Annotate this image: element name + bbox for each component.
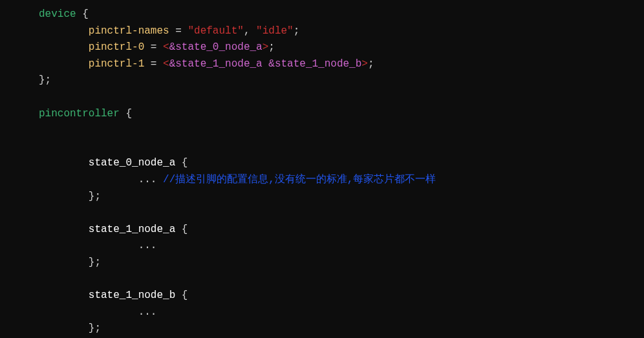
operator-eq: = [144, 58, 163, 70]
ref-state-0-a: &state_0_node_a [169, 41, 263, 53]
angle-open: < [163, 41, 169, 53]
brace-close: }; [89, 191, 101, 202]
semicolon: ; [294, 25, 300, 37]
code-snippet: device { pinctrl-names = "default", "idl… [0, 6, 644, 338]
string-default: "default" [188, 25, 243, 37]
brace-close: }; [89, 322, 101, 334]
ellipsis: ... [138, 174, 163, 185]
brace-open: { [175, 157, 188, 169]
brace-open: { [175, 224, 188, 235]
brace-open: { [175, 290, 188, 301]
semicolon: ; [368, 58, 374, 70]
brace-close: }; [39, 74, 51, 86]
keyword-device: device [39, 8, 76, 20]
property-pinctrl-1: pinctrl-1 [89, 58, 144, 70]
comment-text: //描述引脚的配置信息,没有统一的标准,每家芯片都不一样 [163, 174, 436, 185]
brace-open: { [76, 8, 89, 20]
ref-state-1-a: &state_1_node_a [169, 58, 269, 70]
property-pinctrl-0: pinctrl-0 [89, 41, 144, 53]
angle-close: > [361, 58, 368, 70]
keyword-pincontroller: pincontroller [39, 108, 120, 120]
ref-state-1-b: &state_1_node_b [268, 58, 361, 70]
angle-open: < [163, 58, 169, 70]
brace-close: }; [89, 257, 101, 268]
ellipsis: ... [138, 240, 157, 251]
comma: , [244, 25, 256, 37]
string-idle: "idle" [256, 25, 294, 37]
label-state-1-a: state_1_node_a [89, 224, 175, 235]
ellipsis: ... [138, 306, 157, 318]
property-pinctrl-names: pinctrl-names [89, 25, 169, 37]
label-state-0-a: state_0_node_a [89, 157, 175, 169]
brace-open: { [120, 108, 132, 120]
operator-eq: = [169, 25, 188, 37]
label-state-1-b: state_1_node_b [89, 290, 175, 301]
angle-close: > [263, 41, 269, 53]
semicolon: ; [268, 41, 275, 53]
operator-eq: = [144, 41, 163, 53]
